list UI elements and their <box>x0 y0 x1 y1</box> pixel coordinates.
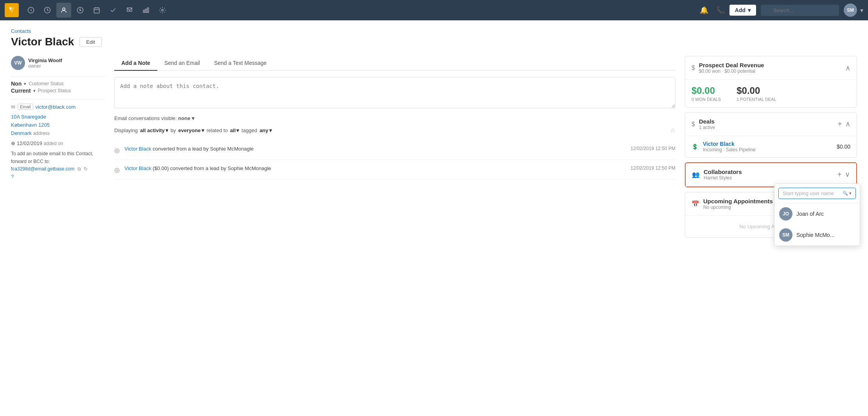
bell-icon[interactable]: 🔔 <box>697 6 711 14</box>
prospect-status-label: Prospect Status <box>38 88 71 93</box>
collaborators-title: Collaborators <box>704 169 742 175</box>
contacts-nav-btn[interactable] <box>56 3 71 18</box>
prospect-deal-subtitle: $0.00 won · $0.00 potential <box>699 68 764 74</box>
joan-avatar: JO <box>779 207 792 221</box>
edit-button[interactable]: Edit <box>79 37 101 47</box>
svg-rect-13 <box>146 9 147 13</box>
activity-date-1: 12/02/2019 12:50 PM <box>630 146 675 151</box>
copy-icon[interactable]: ⧉ <box>77 166 81 172</box>
prospect-status-dropdown[interactable]: ▾ <box>33 88 36 93</box>
activity-contact-link-2[interactable]: Victor Black <box>124 165 151 171</box>
global-search-input[interactable] <box>761 5 839 16</box>
calendar-nav-btn[interactable] <box>89 3 104 18</box>
tab-send-email[interactable]: Send an Email <box>157 56 207 71</box>
tab-add-note[interactable]: Add a Note <box>114 56 157 71</box>
svg-rect-12 <box>143 10 144 13</box>
phone-icon[interactable]: 📞 <box>713 6 728 14</box>
collaborators-add-icon[interactable]: + <box>837 170 842 179</box>
deal-item-icon-1: 💲 <box>692 143 698 150</box>
collab-user-sophie[interactable]: SM Sophie McMo... <box>774 224 860 246</box>
deals-subtitle: 1 active <box>699 125 715 130</box>
deals-title: Deals <box>699 118 715 125</box>
collab-user-joan[interactable]: JO Joan of Arc <box>774 203 860 224</box>
app-logo[interactable] <box>5 3 19 17</box>
prospect-deal-header: $ Prospect Deal Revenue $0.00 won · $0.0… <box>685 56 857 80</box>
email-visibility-row: Email conversations visible: none ▾ <box>114 115 675 121</box>
owner-name: Virginia Woolf <box>28 57 62 63</box>
activity-filter[interactable]: all activity ▾ <box>140 127 168 133</box>
deals-collapse-icon[interactable]: ∧ <box>845 120 850 129</box>
collaborator-input-arrow: 🔍 ▾ <box>843 191 852 196</box>
deals-card-icon: $ <box>692 121 695 128</box>
email-conversations-dropdown[interactable]: none ▾ <box>178 115 194 121</box>
deal-item-name-1[interactable]: Victor Black <box>703 141 756 147</box>
deals-nav-btn[interactable]: $ <box>73 3 88 18</box>
main-container: Contacts Victor Black Edit VW Virginia W… <box>0 20 868 416</box>
speedometer-nav-btn[interactable] <box>23 3 38 18</box>
collaborators-icon: 👥 <box>692 171 700 178</box>
right-sidebar: $ Prospect Deal Revenue $0.00 won · $0.0… <box>685 56 857 238</box>
activity-icon-2: ◎ <box>114 166 120 174</box>
customer-status-label: Customer Status <box>29 81 63 86</box>
divider-2 <box>11 99 105 100</box>
user-avatar[interactable]: SM <box>844 4 857 17</box>
potential-amount: $0.00 <box>737 85 776 96</box>
won-label: 0 WON DEALS <box>692 97 721 102</box>
deal-amounts: $0.00 0 WON DEALS $0.00 1 POTENTIAL DEAL <box>685 80 857 107</box>
page-title: Victor Black <box>11 36 74 48</box>
center-panel: Add a Note Send an Email Send a Text Mes… <box>114 56 675 238</box>
everyone-filter[interactable]: everyone ▾ <box>178 127 204 133</box>
activity-text-2: Victor Black ($0.00) converted from a le… <box>124 165 626 171</box>
collaborators-card: 👥 Collaborators Harriet Styles + ∨ Start <box>685 162 857 187</box>
collaborators-subtitle: Harriet Styles <box>704 175 742 181</box>
address-line3: Denmark <box>11 130 32 136</box>
add-button[interactable]: Add ▾ <box>729 5 756 16</box>
address-line2: København 1205 <box>11 121 105 129</box>
activity-item-1: ◎ Victor Black converted from a lead by … <box>114 140 675 160</box>
customer-status-section: Non ▾ Customer Status Current ▾ Prospect… <box>11 81 105 94</box>
top-navigation: $ 🔔 📞 Add ▾ 🔍 SM ▾ <box>0 0 868 20</box>
tasks-nav-btn[interactable] <box>106 3 121 18</box>
collaborators-collapse-icon[interactable]: ∨ <box>845 170 850 179</box>
added-date: ⊕ 12/02/2019 added on <box>11 140 105 146</box>
prospect-status-value: Current <box>11 88 31 94</box>
star-button[interactable]: ☆ <box>670 127 675 134</box>
owner-label: owner <box>28 63 62 69</box>
svg-point-15 <box>162 9 164 11</box>
customer-status-dropdown[interactable]: ▾ <box>24 81 26 86</box>
forward-email-section: To add an outside email to this Contact,… <box>11 150 105 181</box>
refresh-icon[interactable]: ↻ <box>84 166 88 172</box>
upcoming-subtitle: No upcoming <box>703 204 773 210</box>
activity-text-1: Victor Black converted from a lead by So… <box>124 146 626 152</box>
filter-row: Displaying all activity ▾ by everyone ▾ … <box>114 127 675 134</box>
svg-point-5 <box>63 8 65 10</box>
email-address[interactable]: victor@black.com <box>36 104 76 110</box>
deal-item-sub-1: Incoming · Sales Pipeline <box>703 147 756 152</box>
deals-add-icon[interactable]: + <box>837 120 842 129</box>
messages-nav-btn[interactable] <box>122 3 137 18</box>
collaborators-dropdown: Start typing user name 🔍 ▾ JO Joan of Ar… <box>774 183 860 246</box>
clock-nav-btn[interactable] <box>40 3 55 18</box>
owner-row: VW Virginia Woolf owner <box>11 56 105 70</box>
deal-item-1: 💲 Victor Black Incoming · Sales Pipeline… <box>685 136 857 157</box>
breadcrumb[interactable]: Contacts <box>11 28 857 34</box>
related-to-filter[interactable]: all ▾ <box>230 127 239 133</box>
activity-icon-1: ◎ <box>114 147 120 154</box>
activity-item-2: ◎ Victor Black ($0.00) converted from a … <box>114 160 675 179</box>
user-menu-chevron[interactable]: ▾ <box>860 7 863 14</box>
tagged-filter[interactable]: any ▾ <box>259 127 272 133</box>
prospect-deal-title: Prospect Deal Revenue <box>699 62 764 68</box>
forward-email-address[interactable]: fca3298d@email.getbase.com <box>11 166 74 172</box>
note-input[interactable] <box>114 77 675 108</box>
tab-send-text[interactable]: Send a Text Message <box>207 56 274 71</box>
sophie-name: Sophie McMo... <box>796 232 834 238</box>
envelope-icon-small: ✉ <box>11 104 15 110</box>
reports-nav-btn[interactable] <box>139 3 153 18</box>
deals-header: $ Deals 1 active + ∧ <box>685 113 857 136</box>
activity-contact-link-1[interactable]: Victor Black <box>124 146 151 152</box>
customer-status-value: Non <box>11 81 22 87</box>
prospect-deal-collapse[interactable]: ∧ <box>845 64 850 72</box>
sophie-avatar: SM <box>779 228 792 242</box>
settings-nav-btn[interactable] <box>155 3 170 18</box>
help-icon[interactable]: ? <box>11 174 14 179</box>
